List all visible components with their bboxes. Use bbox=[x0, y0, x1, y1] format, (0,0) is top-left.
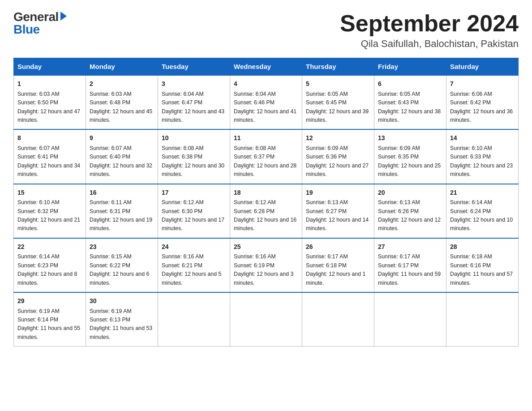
weekday-header-row: SundayMondayTuesdayWednesdayThursdayFrid… bbox=[14, 58, 519, 76]
calendar-cell: 2Sunrise: 6:03 AMSunset: 6:48 PMDaylight… bbox=[86, 75, 158, 129]
calendar-cell bbox=[302, 292, 374, 347]
day-number: 20 bbox=[378, 188, 442, 198]
day-number: 11 bbox=[234, 133, 298, 143]
calendar-cell: 27Sunrise: 6:17 AMSunset: 6:17 PMDayligh… bbox=[374, 238, 446, 292]
logo-triangle-icon bbox=[60, 12, 67, 21]
day-info: Sunrise: 6:18 AMSunset: 6:16 PMDaylight:… bbox=[450, 253, 513, 286]
calendar-cell: 7Sunrise: 6:06 AMSunset: 6:42 PMDaylight… bbox=[446, 75, 519, 129]
day-info: Sunrise: 6:10 AMSunset: 6:32 PMDaylight:… bbox=[17, 199, 80, 231]
week-row-2: 8Sunrise: 6:07 AMSunset: 6:41 PMDaylight… bbox=[14, 129, 519, 184]
weekday-header-sunday: Sunday bbox=[14, 58, 86, 76]
day-number: 18 bbox=[234, 188, 298, 198]
day-number: 16 bbox=[90, 188, 154, 198]
day-info: Sunrise: 6:16 AMSunset: 6:21 PMDaylight:… bbox=[162, 253, 221, 286]
calendar-cell: 5Sunrise: 6:05 AMSunset: 6:45 PMDaylight… bbox=[302, 75, 374, 129]
calendar-cell bbox=[158, 292, 230, 347]
day-info: Sunrise: 6:09 AMSunset: 6:35 PMDaylight:… bbox=[378, 145, 441, 177]
day-info: Sunrise: 6:13 AMSunset: 6:26 PMDaylight:… bbox=[378, 199, 441, 231]
weekday-header-wednesday: Wednesday bbox=[230, 58, 302, 76]
week-row-3: 15Sunrise: 6:10 AMSunset: 6:32 PMDayligh… bbox=[14, 184, 519, 238]
day-number: 8 bbox=[17, 133, 82, 143]
calendar-cell: 24Sunrise: 6:16 AMSunset: 6:21 PMDayligh… bbox=[158, 238, 230, 292]
logo-general-text: General bbox=[13, 11, 59, 23]
calendar-cell: 1Sunrise: 6:03 AMSunset: 6:50 PMDaylight… bbox=[14, 75, 86, 129]
day-number: 27 bbox=[378, 242, 442, 252]
calendar-cell: 30Sunrise: 6:19 AMSunset: 6:13 PMDayligh… bbox=[86, 292, 158, 347]
calendar-cell: 29Sunrise: 6:19 AMSunset: 6:14 PMDayligh… bbox=[14, 292, 86, 347]
calendar-cell: 26Sunrise: 6:17 AMSunset: 6:18 PMDayligh… bbox=[302, 238, 374, 292]
day-number: 9 bbox=[90, 133, 154, 143]
page-header: General Blue September 2024 Qila Saifull… bbox=[13, 11, 519, 50]
calendar-cell: 21Sunrise: 6:14 AMSunset: 6:24 PMDayligh… bbox=[446, 184, 519, 238]
day-number: 24 bbox=[162, 242, 226, 252]
calendar-cell: 8Sunrise: 6:07 AMSunset: 6:41 PMDaylight… bbox=[14, 129, 86, 184]
calendar-cell: 20Sunrise: 6:13 AMSunset: 6:26 PMDayligh… bbox=[374, 184, 446, 238]
calendar-title-area: September 2024 Qila Saifullah, Balochist… bbox=[340, 11, 519, 50]
calendar-cell: 10Sunrise: 6:08 AMSunset: 6:38 PMDayligh… bbox=[158, 129, 230, 184]
day-number: 28 bbox=[450, 242, 515, 252]
day-number: 4 bbox=[234, 79, 298, 89]
day-number: 25 bbox=[234, 242, 298, 252]
weekday-header-monday: Monday bbox=[86, 58, 158, 76]
calendar-cell bbox=[446, 292, 519, 347]
calendar-cell: 23Sunrise: 6:15 AMSunset: 6:22 PMDayligh… bbox=[86, 238, 158, 292]
month-year-title: September 2024 bbox=[340, 11, 519, 36]
day-info: Sunrise: 6:17 AMSunset: 6:17 PMDaylight:… bbox=[378, 253, 441, 286]
week-row-1: 1Sunrise: 6:03 AMSunset: 6:50 PMDaylight… bbox=[14, 75, 519, 129]
calendar-cell: 3Sunrise: 6:04 AMSunset: 6:47 PMDaylight… bbox=[158, 75, 230, 129]
calendar-cell: 9Sunrise: 6:07 AMSunset: 6:40 PMDaylight… bbox=[86, 129, 158, 184]
day-number: 12 bbox=[306, 133, 370, 143]
day-number: 7 bbox=[450, 79, 515, 89]
day-info: Sunrise: 6:05 AMSunset: 6:43 PMDaylight:… bbox=[378, 91, 441, 123]
day-info: Sunrise: 6:09 AMSunset: 6:36 PMDaylight:… bbox=[306, 145, 369, 177]
calendar-cell: 12Sunrise: 6:09 AMSunset: 6:36 PMDayligh… bbox=[302, 129, 374, 184]
day-number: 10 bbox=[162, 133, 226, 143]
weekday-header-friday: Friday bbox=[374, 58, 446, 76]
day-number: 14 bbox=[450, 133, 515, 143]
calendar-cell: 11Sunrise: 6:08 AMSunset: 6:37 PMDayligh… bbox=[230, 129, 302, 184]
day-number: 1 bbox=[17, 79, 82, 89]
day-info: Sunrise: 6:10 AMSunset: 6:33 PMDaylight:… bbox=[450, 145, 513, 177]
week-row-5: 29Sunrise: 6:19 AMSunset: 6:14 PMDayligh… bbox=[14, 292, 519, 347]
calendar-cell: 4Sunrise: 6:04 AMSunset: 6:46 PMDaylight… bbox=[230, 75, 302, 129]
day-number: 13 bbox=[378, 133, 442, 143]
day-info: Sunrise: 6:04 AMSunset: 6:47 PMDaylight:… bbox=[162, 91, 224, 123]
day-info: Sunrise: 6:17 AMSunset: 6:18 PMDaylight:… bbox=[306, 253, 365, 286]
day-info: Sunrise: 6:07 AMSunset: 6:40 PMDaylight:… bbox=[90, 145, 152, 177]
day-number: 2 bbox=[90, 79, 154, 89]
day-info: Sunrise: 6:03 AMSunset: 6:48 PMDaylight:… bbox=[90, 91, 152, 123]
calendar-cell: 28Sunrise: 6:18 AMSunset: 6:16 PMDayligh… bbox=[446, 238, 519, 292]
day-info: Sunrise: 6:05 AMSunset: 6:45 PMDaylight:… bbox=[306, 91, 369, 123]
day-info: Sunrise: 6:08 AMSunset: 6:38 PMDaylight:… bbox=[162, 145, 224, 177]
day-info: Sunrise: 6:03 AMSunset: 6:50 PMDaylight:… bbox=[17, 91, 80, 123]
calendar-cell: 19Sunrise: 6:13 AMSunset: 6:27 PMDayligh… bbox=[302, 184, 374, 238]
day-number: 26 bbox=[306, 242, 370, 252]
calendar-cell: 14Sunrise: 6:10 AMSunset: 6:33 PMDayligh… bbox=[446, 129, 519, 184]
calendar-cell: 17Sunrise: 6:12 AMSunset: 6:30 PMDayligh… bbox=[158, 184, 230, 238]
day-number: 19 bbox=[306, 188, 370, 198]
day-number: 21 bbox=[450, 188, 515, 198]
calendar-cell bbox=[230, 292, 302, 347]
calendar-cell: 15Sunrise: 6:10 AMSunset: 6:32 PMDayligh… bbox=[14, 184, 86, 238]
day-number: 29 bbox=[17, 296, 82, 306]
day-info: Sunrise: 6:12 AMSunset: 6:28 PMDaylight:… bbox=[234, 199, 296, 231]
day-number: 23 bbox=[90, 242, 154, 252]
day-info: Sunrise: 6:15 AMSunset: 6:22 PMDaylight:… bbox=[90, 253, 149, 286]
logo-blue-text: Blue bbox=[13, 23, 40, 36]
day-info: Sunrise: 6:07 AMSunset: 6:41 PMDaylight:… bbox=[17, 145, 80, 177]
calendar-cell: 22Sunrise: 6:14 AMSunset: 6:23 PMDayligh… bbox=[14, 238, 86, 292]
calendar-table: SundayMondayTuesdayWednesdayThursdayFrid… bbox=[13, 58, 519, 347]
day-number: 15 bbox=[17, 188, 82, 198]
week-row-4: 22Sunrise: 6:14 AMSunset: 6:23 PMDayligh… bbox=[14, 238, 519, 292]
day-number: 5 bbox=[306, 79, 370, 89]
day-info: Sunrise: 6:13 AMSunset: 6:27 PMDaylight:… bbox=[306, 199, 369, 231]
logo: General Blue bbox=[13, 11, 67, 36]
day-number: 3 bbox=[162, 79, 226, 89]
day-number: 22 bbox=[17, 242, 82, 252]
location-subtitle: Qila Saifullah, Balochistan, Pakistan bbox=[340, 38, 519, 50]
day-info: Sunrise: 6:06 AMSunset: 6:42 PMDaylight:… bbox=[450, 91, 513, 123]
calendar-cell: 18Sunrise: 6:12 AMSunset: 6:28 PMDayligh… bbox=[230, 184, 302, 238]
weekday-header-saturday: Saturday bbox=[446, 58, 519, 76]
day-info: Sunrise: 6:14 AMSunset: 6:24 PMDaylight:… bbox=[450, 199, 513, 231]
day-number: 6 bbox=[378, 79, 442, 89]
